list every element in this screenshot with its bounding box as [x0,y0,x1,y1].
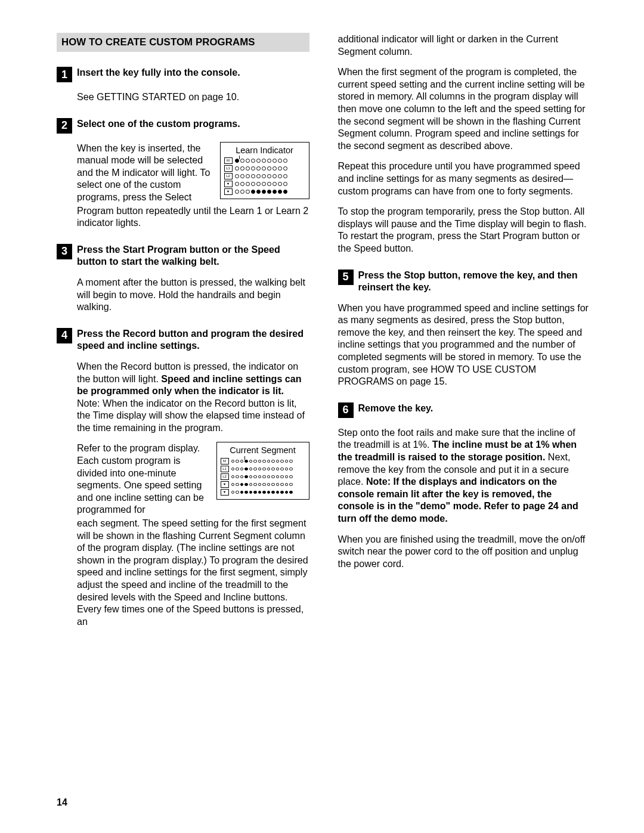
step-number-badge: 4 [57,328,72,343]
step-3: 3 Press the Start Program button or the … [57,243,309,313]
step-body: When you have programmed speed and incli… [338,302,591,388]
row-label: L1 [221,466,229,472]
body-text: Note: When the indicator on the Record b… [77,398,305,433]
step-body: When the Record button is pressed, the i… [77,360,309,434]
row-label: L2 [224,173,233,179]
body-text-bold: Note: If the displays and indicators on … [338,476,578,524]
two-column-layout: HOW TO CREATE CUSTOM PROGRAMS 1 Insert t… [57,33,590,627]
continuation-text: Repeat this procedure until you have pro… [338,160,591,197]
step-number-badge: 3 [57,244,72,259]
body-text: each segment. The speed setting for the … [77,517,309,627]
learn-indicator-diagram: Learn Indicator M L1 L2 ♥ ♥ [220,142,309,200]
row-label: ♥ [224,188,233,195]
step-number-badge: 2 [57,118,72,134]
body-text: Refer to the program display. Each custo… [77,442,204,515]
continuation-text: additional indicator will light or darke… [338,33,591,57]
row-label: M [224,157,233,164]
manual-page: HOW TO CREATE CUSTOM PROGRAMS 1 Insert t… [0,0,644,833]
step-number-badge: 1 [57,67,72,82]
diagram-title: Learn Indicator [236,145,293,155]
row-label: ♥ [221,489,229,496]
step-body: Learn Indicator M L1 L2 ♥ ♥ When the key… [77,142,309,203]
continuation-text: To stop the program temporarily, press t… [338,205,591,254]
row-label: L2 [221,473,229,480]
step-body: See GETTING STARTED on page 10. [77,91,309,103]
step-number-badge: 6 [338,402,354,418]
step-title: Remove the key. [358,402,434,414]
step-title: Insert the key fully into the console. [77,66,240,79]
step-title: Press the Record button and program the … [77,327,309,352]
page-number: 14 [57,797,67,808]
step-6: 6 Remove the key. Step onto the foot rai… [338,402,591,570]
row-label: ♥ [224,181,233,187]
section-heading: HOW TO CREATE CUSTOM PROGRAMS [57,33,309,52]
step-body: When you are finished using the treadmil… [338,533,591,570]
diagram-title: Current Segment [230,445,295,455]
step-body: Current Segment M L1 L2 ♥ ♥ Refer to the… [77,442,309,516]
current-segment-diagram: Current Segment M L1 L2 ♥ ♥ [216,442,309,500]
step-title: Press the Start Program button or the Sp… [77,243,309,268]
step-title: Select one of the custom programs. [77,117,240,130]
step-title: Press the Stop button, remove the key, a… [358,269,591,293]
step-body: Step onto the foot rails and make sure t… [338,426,591,525]
body-text: When the key is in­serted, the manual mo… [77,143,210,202]
row-label: M [221,458,229,465]
step-body: A moment after the button is pressed, th… [77,276,309,313]
step-1: 1 Insert the key fully into the console.… [57,66,309,103]
row-label: ♥ [221,481,229,488]
step-5: 5 Press the Stop button, remove the key,… [338,269,591,388]
step-number-badge: 5 [338,270,354,285]
left-column: HOW TO CREATE CUSTOM PROGRAMS 1 Insert t… [57,33,309,627]
right-column: additional indicator will light or darke… [338,33,591,627]
step-4: 4 Press the Record button and program th… [57,327,309,628]
step-2: 2 Select one of the custom programs. Lea… [57,117,309,229]
body-text: Program button repeatedly until the Lear… [77,205,309,229]
continuation-text: When the first segment of the program is… [338,66,591,151]
row-label: L1 [224,165,233,172]
